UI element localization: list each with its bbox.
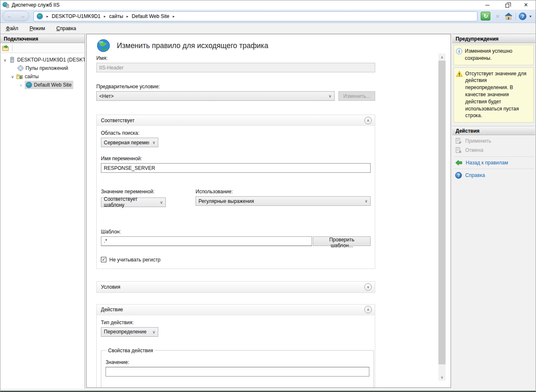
collapse-section-button[interactable]: ∧ [364,306,372,313]
collapse-section-button[interactable]: ∧ [364,117,372,124]
tree-item-app-pools[interactable]: Пулы приложений [0,64,85,72]
scrollbar-track[interactable] [438,61,446,374]
help-dropdown-caret-icon[interactable]: ▾ [529,14,531,18]
action-label: Справка [465,172,485,178]
action-section-header[interactable]: Действие ∧ [97,305,375,315]
connections-panel: Подключения ∨ DESKTOP-U1MK9D1 (DESKTOP [0,34,85,389]
expand-section-button[interactable]: ∨ [364,283,372,291]
scope-value: Серверная переменн [104,140,149,146]
home-button[interactable] [505,13,513,20]
precondition-select[interactable]: <Нет> ∨ [96,91,335,101]
app-icon [3,2,9,8]
conditions-section: Условия ∨ [96,281,375,293]
value-input[interactable] [106,367,369,377]
stop-icon: × [496,13,500,20]
breadcrumb-item-sites[interactable]: сайты [109,13,124,19]
scroll-down-button[interactable]: ∨ [438,374,446,381]
tree-item-default-web-site[interactable]: › Default Web Site [0,81,85,89]
window-controls: × [478,0,536,10]
refresh-button[interactable]: ↻ [481,12,490,20]
connections-header: Подключения [0,34,85,43]
actions-separator [454,156,534,157]
close-icon: × [524,1,528,9]
right-panel: Предупреждения i Изменения успешно сохра… [452,34,535,389]
breadcrumb-item-default-web-site[interactable]: Default Web Site [132,13,170,19]
name-input[interactable] [96,63,375,72]
variable-name-input[interactable] [101,163,371,173]
chevron-expanded-icon[interactable]: ∨ [3,58,7,62]
breadcrumb-chevron-icon[interactable]: ▸ [46,14,49,18]
toolbar-separator [12,45,13,51]
tree-item-sites[interactable]: ∨ сайты [0,72,85,81]
menu-help[interactable]: Справка [57,26,76,31]
iis-manager-window: Диспетчер служб IIS × ← → ▸ DESKTOP-U1MK… [0,0,536,392]
action-label: Назад к правилам [466,160,508,166]
forward-button[interactable]: → [20,13,25,19]
action-properties-legend: Свойства действия [106,348,155,354]
connections-toolbar [0,43,85,53]
match-section-header[interactable]: Соответствует ∧ [97,115,375,126]
pattern-input[interactable] [101,236,312,246]
globe-icon [96,38,111,53]
action-section-body: Тип действия: Переопределение ∨ Свойства… [97,315,375,388]
value-label: Значение: [106,359,369,365]
match-section-body: Область поиска: Серверная переменн ∨ Имя… [97,126,375,269]
menu-file[interactable]: Файл [6,26,18,31]
scroll-up-button[interactable]: ∧ [438,54,446,61]
scrollbar-thumb[interactable] [438,61,446,364]
chevron-up-icon: ∧ [367,118,370,123]
precondition-value: <Нет> [99,93,113,99]
chevron-down-icon: ∨ [160,200,163,205]
action-section: Действие ∧ Тип действия: Переопределение… [96,304,375,388]
conditions-section-header[interactable]: Условия ∨ [97,282,375,292]
variable-value-select[interactable]: Соответствует шаблону ∨ [101,197,166,207]
chevron-expanded-icon[interactable]: ∨ [10,74,15,79]
section-title: Действие [101,307,123,313]
back-to-rules-link[interactable]: Назад к правилам [452,159,535,167]
precondition-label: Предварительное условие: [96,84,375,90]
breadcrumb-chevron-icon[interactable]: ▸ [172,14,175,18]
variable-value-value: Соответствует шаблону [104,196,157,208]
actions-separator [454,169,534,169]
cancel-button[interactable]: Отмена [452,146,535,155]
action-type-select[interactable]: Переопределение ∨ [101,327,158,337]
pattern-label: Шаблон: [101,229,371,235]
globe-icon [36,13,43,20]
scope-label: Область поиска: [101,130,371,136]
minimize-icon [485,5,490,5]
tree-item-label: сайты [25,74,39,79]
using-value: Регулярные выражения [198,198,254,204]
page-title: Изменить правило для исходящего трафика [117,41,268,50]
save-connection-button[interactable] [2,45,10,51]
test-pattern-button[interactable]: Проверить шаблон... [313,236,371,246]
minimize-button[interactable] [478,0,497,10]
server-icon [9,56,15,63]
tree-item-server[interactable]: ∨ DESKTOP-U1MK9D1 (DESKTOP [0,56,85,64]
breadcrumb: ▸ DESKTOP-U1MK9D1 ▸ сайты ▸ Default Web … [34,11,477,21]
chevron-collapsed-icon[interactable]: › [19,83,23,87]
help-icon: ? [455,172,462,179]
menu-view[interactable]: Режим [30,26,45,31]
apply-button[interactable]: Применить [452,136,535,146]
stop-button[interactable]: × [493,12,502,20]
chevron-down-icon: ∨ [367,285,370,289]
menu-bar: Файл Режим Справка [0,23,536,34]
navigation-pill: ← → [3,11,29,21]
using-select[interactable]: Регулярные выражения ∨ [196,196,371,206]
variable-value-label: Значение переменной: [101,189,196,195]
alert-info: i Изменения успешно сохранены. [454,45,534,65]
edit-precondition-button[interactable]: Изменить... [338,91,375,101]
close-button[interactable]: × [516,0,536,10]
back-button[interactable]: ← [7,13,12,19]
restore-button[interactable] [497,0,516,10]
section-title: Условия [101,284,120,290]
help-button[interactable]: ? [519,13,526,20]
breadcrumb-chevron-icon[interactable]: ▸ [126,14,129,18]
help-link[interactable]: ? Справка [452,171,535,180]
breadcrumb-chevron-icon[interactable]: ▸ [103,14,107,18]
breadcrumb-item-server[interactable]: DESKTOP-U1MK9D1 [52,13,100,19]
application-pools-icon [17,65,24,72]
scope-select[interactable]: Серверная переменн ∨ [101,138,158,147]
ignore-case-checkbox[interactable]: ✓ [101,257,106,262]
chevron-up-icon: ∧ [367,307,370,312]
